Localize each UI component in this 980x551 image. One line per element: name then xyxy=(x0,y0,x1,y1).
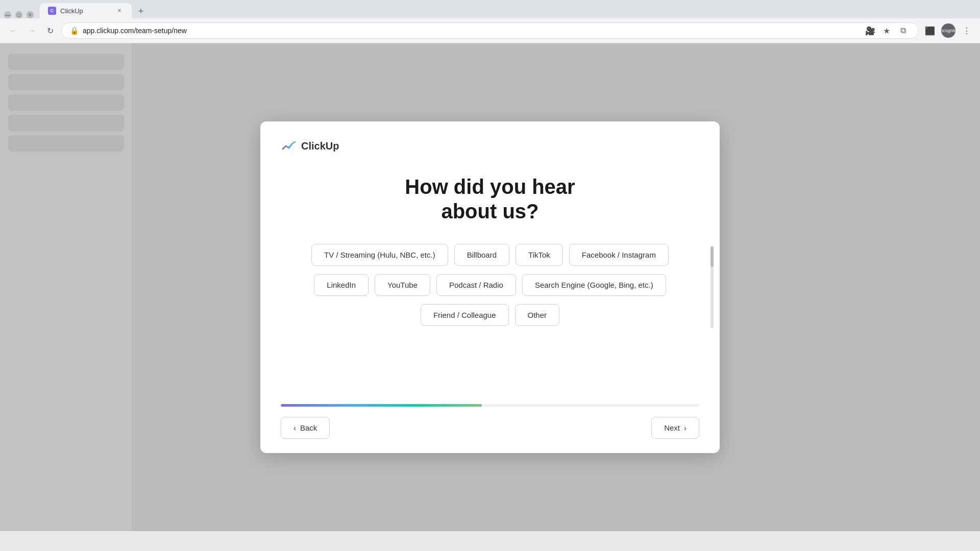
incognito-label: Incognito xyxy=(939,28,958,33)
options-grid: TV / Streaming (Hulu, NBC, etc.) Billboa… xyxy=(281,244,699,326)
active-tab[interactable]: C ClickUp × xyxy=(40,3,132,18)
modal-nav: ‹ Back Next › xyxy=(281,417,699,439)
address-bar-row: ← → ↻ 🔒 app.clickup.com/team-setup/new 🎥… xyxy=(0,18,980,43)
option-facebook-instagram[interactable]: Facebook / Instagram xyxy=(569,244,669,266)
options-row-3: Friend / Colleague Other xyxy=(421,304,559,326)
progress-bar-container xyxy=(281,404,699,407)
lock-icon: 🔒 xyxy=(70,27,79,35)
bookmark-icon[interactable]: ★ xyxy=(879,23,894,38)
option-other[interactable]: Other xyxy=(515,304,560,326)
address-text: app.clickup.com/team-setup/new xyxy=(83,27,187,35)
browser-chrome: — □ × C ClickUp × + ← → ↻ 🔒 app.clickup.… xyxy=(0,0,980,43)
modal-title: How did you hear about us? xyxy=(405,174,575,223)
menu-icon[interactable]: ⋮ xyxy=(960,23,974,38)
tab-close-button[interactable]: × xyxy=(115,7,124,15)
incognito-avatar[interactable]: Incognito xyxy=(941,23,955,38)
modal-dialog: ClickUp How did you hear about us? TV / … xyxy=(260,121,720,453)
minimize-button[interactable]: — xyxy=(4,11,11,18)
window-controls: — □ × xyxy=(4,11,34,18)
option-linkedin[interactable]: LinkedIn xyxy=(314,274,369,296)
forward-nav-button[interactable]: → xyxy=(24,23,39,38)
options-row-1: TV / Streaming (Hulu, NBC, etc.) Billboa… xyxy=(311,244,669,266)
progress-bar-fill xyxy=(281,404,482,407)
clickup-logo: ClickUp xyxy=(281,138,699,154)
camera-icon[interactable]: 🎥 xyxy=(863,23,877,38)
clickup-logo-icon xyxy=(281,138,297,154)
option-tv-streaming[interactable]: TV / Streaming (Hulu, NBC, etc.) xyxy=(311,244,448,266)
refresh-nav-button[interactable]: ↻ xyxy=(43,23,57,38)
back-icon: ‹ xyxy=(293,423,296,432)
modal-body: How did you hear about us? TV / Streamin… xyxy=(260,154,720,404)
maximize-button[interactable]: □ xyxy=(15,11,22,18)
address-bar-actions: 🎥 ★ ⧉ xyxy=(863,23,910,38)
close-button[interactable]: × xyxy=(27,11,34,18)
next-button[interactable]: Next › xyxy=(651,417,699,439)
back-nav-button[interactable]: ← xyxy=(6,23,20,38)
back-label: Back xyxy=(300,423,317,432)
next-icon: › xyxy=(684,423,687,432)
option-tiktok[interactable]: TikTok xyxy=(516,244,563,266)
next-label: Next xyxy=(664,423,680,432)
logo-text: ClickUp xyxy=(301,140,339,152)
back-button[interactable]: ‹ Back xyxy=(281,417,330,439)
option-podcast-radio[interactable]: Podcast / Radio xyxy=(436,274,516,296)
option-youtube[interactable]: YouTube xyxy=(375,274,430,296)
new-tab-button[interactable]: + xyxy=(134,4,148,18)
scroll-indicator[interactable] xyxy=(710,246,714,328)
tab-favicon: C xyxy=(48,7,56,15)
tabs-bar: — □ × C ClickUp × + xyxy=(0,0,980,18)
main-content: ClickUp How did you hear about us? TV / … xyxy=(0,43,980,531)
address-bar[interactable]: 🔒 app.clickup.com/team-setup/new 🎥 ★ ⧉ xyxy=(61,22,919,39)
modal-header: ClickUp xyxy=(260,121,720,154)
options-row-2: LinkedIn YouTube Podcast / Radio Search … xyxy=(314,274,666,296)
extensions-icon[interactable]: ⬛ xyxy=(923,23,937,38)
option-billboard[interactable]: Billboard xyxy=(454,244,509,266)
modal-overlay: ClickUp How did you hear about us? TV / … xyxy=(0,43,980,531)
tab-title: ClickUp xyxy=(60,7,83,15)
option-friend-colleague[interactable]: Friend / Colleague xyxy=(421,304,509,326)
scroll-thumb xyxy=(710,246,714,267)
option-search-engine[interactable]: Search Engine (Google, Bing, etc.) xyxy=(522,274,666,296)
modal-footer: ‹ Back Next › xyxy=(260,404,720,453)
profile-switcher-icon[interactable]: ⧉ xyxy=(896,23,910,38)
